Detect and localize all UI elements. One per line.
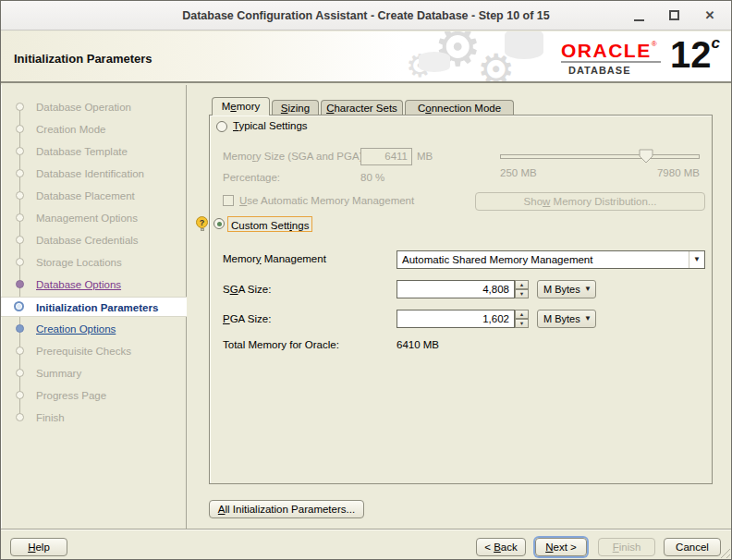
sidebar-item-finish: Finish <box>1 408 187 428</box>
sidebar-item-prerequisite-checks: Prerequisite Checks <box>1 341 187 361</box>
step-bullet <box>16 191 24 200</box>
sidebar-item-summary: Summary <box>1 363 187 383</box>
use-amm-checkbox <box>223 195 234 206</box>
step-bullet <box>16 391 24 399</box>
all-initialization-parameters-button[interactable]: All Initialization Parameters... <box>209 500 364 518</box>
sga-size-field[interactable]: 4,808 <box>396 280 515 298</box>
sidebar-item-creation-mode: Creation Mode <box>1 119 187 140</box>
sidebar-item-database-operation: Database Operation <box>1 97 187 117</box>
step-bullet <box>16 413 24 421</box>
sga-spin-down-icon[interactable]: ▼ <box>515 289 529 298</box>
tab-sizing[interactable]: Sizing <box>272 100 319 116</box>
registered-mark: ® <box>652 40 657 48</box>
typical-settings-radio[interactable] <box>216 121 227 132</box>
sga-unit-select[interactable]: M Bytes ▼ <box>537 280 596 298</box>
sidebar-item-storage-locations: Storage Locations <box>1 252 187 273</box>
oracle-12c-logo: ORACLE® DATABASE 12c <box>552 34 726 79</box>
tab-memory[interactable]: Memory <box>212 97 270 116</box>
step-bullet <box>16 213 24 222</box>
dbca-window: Database Configuration Assistant - Creat… <box>0 0 732 560</box>
step-bullet <box>16 236 24 244</box>
percentage-value: 80 % <box>360 172 384 183</box>
step-bullet <box>16 280 24 288</box>
step-bullet <box>16 369 24 377</box>
percentage-label: Percentage: <box>223 172 280 183</box>
custom-settings-label: Custom Settings <box>231 220 309 231</box>
close-icon: ✕ <box>702 8 718 23</box>
memory-management-select[interactable]: Automatic Shared Memory Management ▼ <box>396 250 705 269</box>
chevron-down-icon: ▼ <box>689 251 704 268</box>
step-bullet <box>16 147 24 155</box>
step-bullet <box>16 103 24 111</box>
use-amm-label: Use Automatic Memory Management <box>239 195 414 206</box>
tab-connection-mode[interactable]: Connection Mode <box>405 100 514 116</box>
show-memory-distribution-button: Show Memory Distribution... <box>475 192 705 211</box>
sidebar-item-initialization-parameters: Initialization Parameters <box>1 297 187 317</box>
pga-unit-select[interactable]: M Bytes ▼ <box>537 310 596 328</box>
sidebar-item-creation-options[interactable]: Creation Options <box>1 319 187 339</box>
pga-spin-up-icon[interactable]: ▲ <box>515 310 529 319</box>
next-button[interactable]: Next > <box>535 538 587 556</box>
logo-rule <box>561 61 661 63</box>
sidebar-item-database-placement: Database Placement <box>1 186 187 206</box>
page-title: Initialization Parameters <box>14 52 152 66</box>
hint-bulb-icon: ? <box>196 216 208 231</box>
memory-management-label: Memory Management <box>223 253 326 264</box>
pga-spin-down-icon[interactable]: ▼ <box>515 319 529 328</box>
window-title: Database Configuration Assistant - Creat… <box>1 9 731 22</box>
step-bullet <box>16 258 24 266</box>
sidebar-item-management-options: Management Options <box>1 208 187 228</box>
finish-button: Finish <box>598 538 655 556</box>
slider-max-label: 7980 MB <box>500 167 700 178</box>
step-bullet <box>16 169 24 177</box>
steps-sidebar: Database Operation Creation Mode Databas… <box>1 85 187 529</box>
memory-size-field: 6411 <box>360 148 412 165</box>
header-banner: Initialization Parameters ⚙ ⚙ ⚙ ORACLE® … <box>1 31 731 83</box>
cancel-button[interactable]: Cancel <box>664 538 721 556</box>
sga-size-stepper: ▲ ▼ <box>515 280 529 298</box>
maximize-icon <box>669 10 679 20</box>
sidebar-item-progress-page: Progress Page <box>1 385 187 406</box>
sga-size-label: SGA Size: <box>223 284 271 295</box>
version-number: 12 <box>670 34 712 75</box>
sga-spin-up-icon[interactable]: ▲ <box>515 280 529 289</box>
sidebar-item-database-credentials: Database Credentials <box>1 230 187 250</box>
step-bullet <box>16 125 24 133</box>
total-memory-label: Total Memory for Oracle: <box>223 339 339 350</box>
pga-size-label: PGA Size: <box>223 313 271 324</box>
minimize-icon <box>634 19 644 21</box>
pga-size-stepper: ▲ ▼ <box>515 310 529 328</box>
version-suffix: c <box>712 34 720 52</box>
typical-settings-label: Typical Settings <box>233 120 308 131</box>
bottom-separator <box>1 529 732 530</box>
help-button[interactable]: Help <box>10 538 67 556</box>
database-cylinder-graphic <box>505 31 543 59</box>
sidebar-item-database-identification: Database Identification <box>1 164 187 184</box>
custom-settings-radio[interactable] <box>214 218 225 229</box>
tab-character-sets[interactable]: Character Sets <box>321 100 403 116</box>
step-bullet <box>14 301 24 311</box>
oracle-database-label: DATABASE <box>568 65 630 76</box>
back-button[interactable]: < Back <box>476 538 526 556</box>
pga-size-field[interactable]: 1,602 <box>396 310 515 328</box>
memory-slider-thumb <box>639 149 654 168</box>
title-bar: Database Configuration Assistant - Creat… <box>1 1 731 30</box>
close-button[interactable]: ✕ <box>702 8 718 23</box>
memory-slider-track <box>500 154 700 159</box>
minimize-button[interactable] <box>631 8 648 23</box>
oracle-brand: ORACLE <box>561 40 652 61</box>
step-bullet <box>16 347 24 355</box>
custom-settings-focus: Custom Settings <box>227 216 312 232</box>
sidebar-item-database-template: Database Template <box>1 141 187 162</box>
memory-size-label: Memory Size (SGA and PGA): <box>223 151 366 162</box>
total-memory-value: 6410 MB <box>396 339 439 350</box>
step-bullet <box>16 324 24 333</box>
chevron-down-icon: ▼ <box>584 281 592 298</box>
chevron-down-icon: ▼ <box>584 310 592 327</box>
maximize-button[interactable] <box>666 8 683 23</box>
memory-size-unit-label: MB <box>417 151 433 162</box>
database-cylinder-graphic <box>419 52 450 72</box>
sidebar-item-database-options[interactable]: Database Options <box>1 274 187 295</box>
